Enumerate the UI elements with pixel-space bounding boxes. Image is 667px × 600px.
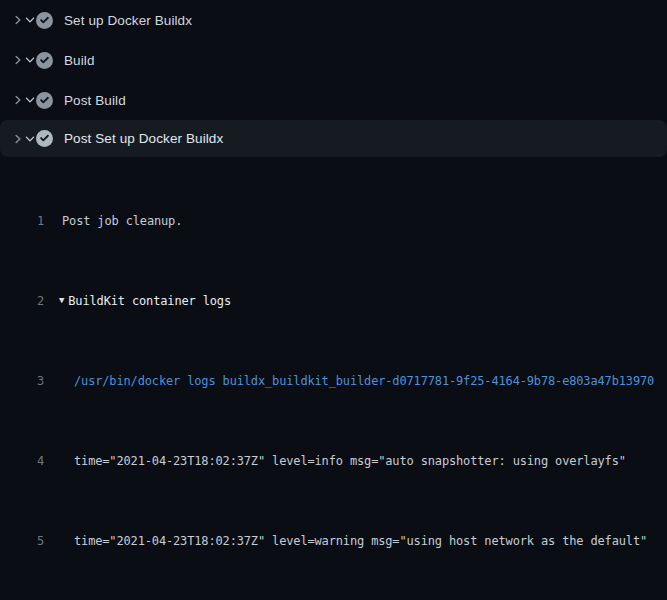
check-circle-icon <box>36 92 53 109</box>
chevron-down-icon <box>24 54 36 66</box>
step-row-build[interactable]: Build <box>0 40 667 80</box>
chevron-down-icon <box>24 14 36 26</box>
log-line: 5 time="2021-04-23T18:02:37Z" level=warn… <box>0 531 667 551</box>
step-title: Set up Docker Buildx <box>64 13 192 28</box>
log-line-text: Post job cleanup. <box>62 211 182 231</box>
step-title: Post Set up Docker Buildx <box>64 131 223 146</box>
step-title: Build <box>64 53 95 68</box>
step-row-post-set-up-docker-buildx[interactable]: Post Set up Docker Buildx <box>0 120 667 157</box>
log-line: 4 time="2021-04-23T18:02:37Z" level=info… <box>0 451 667 471</box>
log-line: 3 /usr/bin/docker logs buildx_buildkit_b… <box>0 371 667 391</box>
log-line-number[interactable]: 5 <box>0 531 44 551</box>
chevron-right-icon <box>12 54 24 66</box>
log-line-text: time="2021-04-23T18:02:37Z" level=warnin… <box>74 531 647 551</box>
log-line-number[interactable]: 1 <box>0 211 44 231</box>
log-line-number[interactable]: 2 <box>0 291 44 311</box>
log-container: 1 Post job cleanup. 2 ▼ BuildKit contain… <box>0 157 667 600</box>
chevron-right-icon <box>12 14 24 26</box>
chevron-down-icon <box>24 133 36 145</box>
step-row-post-build[interactable]: Post Build <box>0 80 667 120</box>
check-circle-icon <box>36 130 53 147</box>
step-row-set-up-docker-buildx[interactable]: Set up Docker Buildx <box>0 0 667 40</box>
check-circle-icon <box>36 52 53 69</box>
chevron-down-icon <box>24 94 36 106</box>
log-group-toggle-icon[interactable]: ▼ <box>59 291 64 310</box>
log-line: 2 ▼ BuildKit container logs <box>0 291 667 311</box>
steps-list: Set up Docker Buildx Build <box>0 0 667 157</box>
step-title: Post Build <box>64 93 126 108</box>
log-line-text: BuildKit container logs <box>68 291 231 311</box>
chevron-right-icon <box>12 133 24 145</box>
log-line-text: /usr/bin/docker logs buildx_buildkit_bui… <box>74 371 654 391</box>
log-line-number[interactable]: 4 <box>0 451 44 471</box>
check-circle-icon <box>36 12 53 29</box>
log-line: 1 Post job cleanup. <box>0 211 667 231</box>
log-line-text: time="2021-04-23T18:02:37Z" level=info m… <box>74 451 626 471</box>
log-line-number[interactable]: 3 <box>0 371 44 391</box>
chevron-right-icon <box>12 94 24 106</box>
